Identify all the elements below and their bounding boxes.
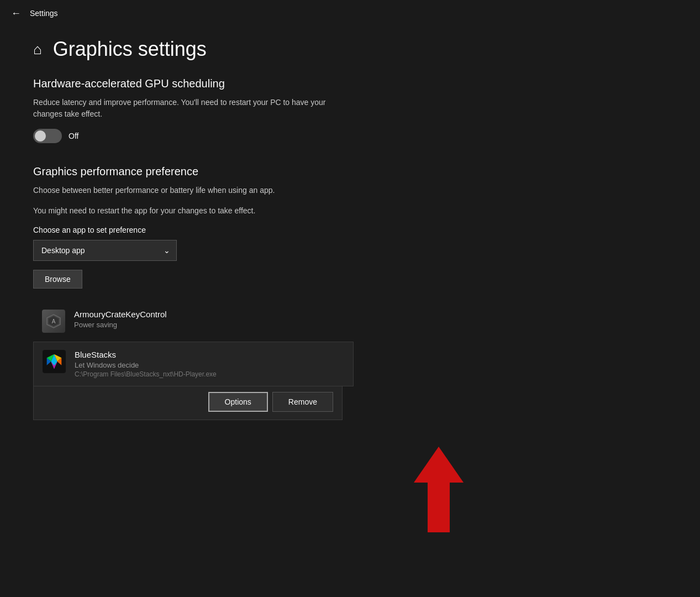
toggle-track [33, 129, 62, 143]
title-bar-app-name: Settings [30, 9, 58, 18]
choose-app-label: Choose an app to set preference [33, 226, 354, 234]
title-bar: ← Settings [0, 0, 700, 27]
gpu-scheduling-title: Hardware-accelerated GPU scheduling [33, 77, 354, 90]
bluestacks-app-info: BlueStacks Let Windows decide C:\Program… [75, 350, 344, 378]
bluestacks-actions: Options Remove [33, 386, 343, 420]
page-title-row: ⌂ Graphics settings [33, 38, 354, 61]
arrow-head [414, 447, 464, 483]
page-title: Graphics settings [53, 38, 207, 61]
armoury-app-info: ArmouryCrateKeyControl Power saving [74, 310, 345, 330]
performance-preference-desc2: You might need to restart the app for yo… [33, 205, 354, 217]
svg-text:A: A [52, 318, 56, 324]
gpu-scheduling-toggle[interactable] [33, 129, 62, 143]
app-list: A ArmouryCrateKeyControl Power saving [33, 302, 354, 420]
bluestacks-app-name: BlueStacks [75, 350, 344, 359]
red-arrow-annotation [177, 447, 700, 532]
options-button[interactable]: Options [208, 392, 268, 412]
toggle-thumb [35, 130, 46, 142]
browse-button[interactable]: Browse [33, 270, 82, 289]
back-button[interactable]: ← [11, 8, 21, 19]
home-icon: ⌂ [33, 41, 42, 58]
bluestacks-icon [43, 350, 66, 373]
toggle-label: Off [69, 132, 78, 140]
armoury-crate-icon: A [42, 310, 65, 333]
app-item-bluestacks[interactable]: BlueStacks Let Windows decide C:\Program… [33, 342, 354, 386]
remove-button[interactable]: Remove [272, 392, 333, 412]
armoury-app-pref: Power saving [74, 321, 345, 329]
gpu-scheduling-desc: Reduce latency and improve performance. … [33, 97, 354, 120]
bluestacks-app-path: C:\Program Files\BlueStacks_nxt\HD-Playe… [75, 370, 344, 378]
gpu-scheduling-section: Hardware-accelerated GPU scheduling Redu… [33, 77, 354, 143]
arrow-shaft [428, 483, 450, 532]
performance-preference-section: Graphics performance preference Choose b… [33, 165, 354, 420]
app-type-dropdown-wrapper: Microsoft Store app Desktop app ⌄ [33, 240, 177, 261]
performance-preference-desc1: Choose between better performance or bat… [33, 185, 354, 196]
armoury-app-name: ArmouryCrateKeyControl [74, 310, 345, 319]
performance-preference-title: Graphics performance preference [33, 165, 354, 178]
bluestacks-app-pref: Let Windows decide [75, 361, 344, 369]
app-type-dropdown[interactable]: Microsoft Store app Desktop app [33, 240, 177, 261]
main-content: ⌂ Graphics settings Hardware-accelerated… [0, 27, 387, 442]
app-item-armoury: A ArmouryCrateKeyControl Power saving [33, 302, 354, 341]
gpu-scheduling-toggle-row: Off [33, 129, 354, 143]
